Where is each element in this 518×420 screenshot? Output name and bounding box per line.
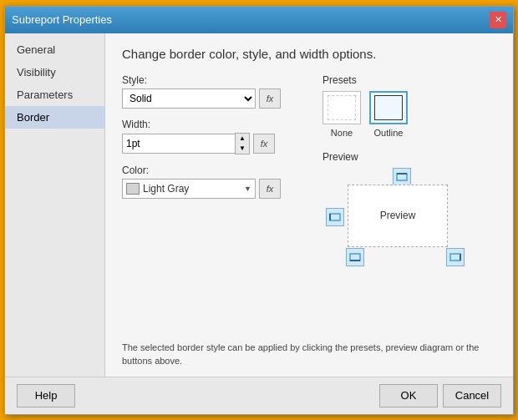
- cancel-button[interactable]: Cancel: [443, 384, 501, 407]
- sidebar: General Visibility Parameters Border: [5, 33, 105, 377]
- sidebar-item-parameters[interactable]: Parameters: [5, 83, 104, 106]
- preset-outline[interactable]: Outline: [369, 91, 408, 138]
- dialog-body: General Visibility Parameters Border Cha…: [5, 33, 513, 377]
- note-text: The selected border style can be applied…: [122, 342, 479, 367]
- footer-right: OK Cancel: [379, 384, 501, 407]
- width-spinner: 1pt ▲ ▼: [122, 133, 250, 154]
- svg-rect-4: [350, 254, 360, 261]
- color-value-text: Light Gray: [143, 183, 241, 195]
- preview-box: Preview: [348, 185, 448, 247]
- svg-rect-6: [450, 254, 460, 261]
- content-title: Change border color, style, and width op…: [122, 47, 496, 61]
- color-row: Light Gray ▼ fx: [122, 179, 306, 199]
- width-fx-button[interactable]: fx: [253, 134, 275, 154]
- spinner-buttons: ▲ ▼: [235, 133, 250, 154]
- presets-title: Presets: [322, 74, 496, 86]
- footer-left: Help: [17, 384, 75, 407]
- style-row: Solid None Dashed Dotted Double fx: [122, 89, 306, 109]
- presets-section: Presets None: [322, 74, 496, 138]
- left-panel: Style: Solid None Dashed Dotted Double f…: [122, 74, 306, 337]
- preview-title: Preview: [322, 151, 496, 163]
- right-panel: Presets None: [322, 74, 496, 337]
- width-label: Width:: [122, 119, 306, 130]
- preset-outline-box: [369, 91, 408, 124]
- spinner-down-button[interactable]: ▼: [236, 144, 249, 154]
- style-field-group: Style: Solid None Dashed Dotted Double f…: [122, 74, 306, 109]
- sidebar-item-visibility[interactable]: Visibility: [5, 61, 104, 83]
- color-fx-button[interactable]: fx: [259, 179, 281, 199]
- preview-area: Preview: [322, 168, 473, 268]
- preview-label-text: Preview: [380, 210, 416, 221]
- svg-rect-2: [330, 214, 340, 220]
- svg-rect-0: [397, 174, 407, 180]
- border-bottom-left-button[interactable]: [346, 248, 364, 266]
- style-fx-button[interactable]: fx: [259, 89, 281, 109]
- main-content: Change border color, style, and width op…: [105, 33, 513, 377]
- preview-section: Preview Preview: [322, 151, 496, 268]
- border-top-button[interactable]: [393, 168, 411, 186]
- ok-button[interactable]: OK: [379, 384, 438, 407]
- bottom-note: The selected border style can be applied…: [122, 341, 496, 368]
- preset-none-label: None: [331, 128, 353, 138]
- help-button[interactable]: Help: [17, 384, 75, 407]
- content-main: Style: Solid None Dashed Dotted Double f…: [122, 74, 496, 337]
- preset-none-inner: [328, 95, 356, 120]
- style-label: Style:: [122, 74, 306, 86]
- sidebar-item-border[interactable]: Border: [5, 106, 104, 129]
- width-field-group: Width: 1pt ▲ ▼ fx: [122, 119, 306, 154]
- dialog-footer: Help OK Cancel: [5, 377, 513, 414]
- preset-outline-inner: [374, 95, 403, 120]
- color-swatch: [126, 183, 140, 195]
- sidebar-item-general[interactable]: General: [5, 38, 104, 61]
- preset-none-box: [322, 91, 361, 124]
- border-bottom-right-button[interactable]: [446, 248, 465, 266]
- dropdown-arrow-icon: ▼: [244, 185, 251, 193]
- spinner-up-button[interactable]: ▲: [236, 134, 249, 144]
- width-row: 1pt ▲ ▼ fx: [122, 133, 306, 154]
- close-button[interactable]: ✕: [490, 12, 506, 28]
- dialog-title: Subreport Properties: [12, 13, 112, 26]
- preset-none[interactable]: None: [322, 91, 361, 138]
- subreport-properties-dialog: Subreport Properties ✕ General Visibilit…: [4, 6, 514, 415]
- color-label: Color:: [122, 164, 306, 176]
- presets-row: None Outline: [322, 91, 496, 138]
- color-field-group: Color: Light Gray ▼ fx: [122, 164, 306, 199]
- width-input[interactable]: 1pt: [122, 134, 235, 154]
- border-left-button[interactable]: [326, 208, 344, 226]
- color-dropdown[interactable]: Light Gray ▼: [122, 179, 256, 199]
- preset-outline-label: Outline: [374, 128, 404, 138]
- style-select[interactable]: Solid None Dashed Dotted Double: [122, 89, 256, 109]
- title-bar: Subreport Properties ✕: [5, 7, 513, 33]
